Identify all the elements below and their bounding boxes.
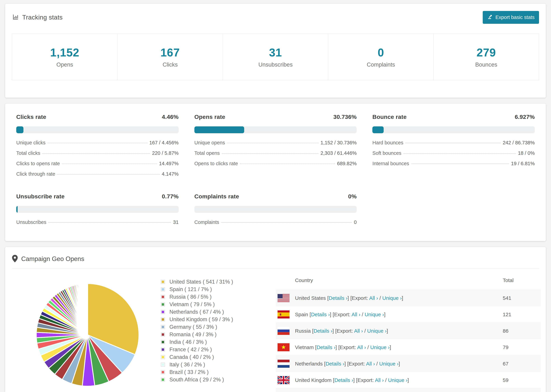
legend-item: France ( 42 / 2% ) <box>161 347 276 353</box>
progress-bar <box>194 206 357 213</box>
country-name: United Kingdom <box>295 377 332 383</box>
detail-label: Hard bounces <box>372 140 403 146</box>
country-name: United States <box>295 295 326 301</box>
export-basic-stats-button[interactable]: Export basic stats <box>483 11 539 24</box>
legend-item: India ( 46 / 3% ) <box>161 339 276 345</box>
rate-detail-row: Clicks to opens rate 14.497% <box>16 158 179 169</box>
legend-item: Germany ( 55 / 3% ) <box>161 324 276 330</box>
stat-value: 31 <box>269 46 282 59</box>
export-all-link[interactable]: All › <box>375 377 384 383</box>
legend-label: Spain ( 121 / 7% ) <box>170 286 212 293</box>
rate-title: Complaints rate <box>194 193 239 200</box>
export-unique-link[interactable]: Unique › <box>367 328 387 334</box>
legend-swatch <box>161 280 165 284</box>
export-all-link[interactable]: All › <box>357 344 366 350</box>
rate-detail-row: Opens to clicks rate 689.82% <box>194 158 357 169</box>
legend-swatch <box>161 310 165 314</box>
details-link[interactable]: Details › <box>325 361 344 366</box>
table-row: Germany [Details ›] [Export: All › / Uni… <box>276 388 541 392</box>
detail-value: 689.82% <box>337 161 357 166</box>
legend-item: Russia ( 86 / 5% ) <box>161 294 276 300</box>
dotted-leader <box>222 153 318 154</box>
details-link[interactable]: Details › <box>311 312 330 317</box>
export-unique-link[interactable]: Unique › <box>370 344 390 350</box>
tracking-stats-card: Tracking stats Export basic stats 1,152 … <box>5 4 546 98</box>
table-row: United States [Details ›] [Export: All ›… <box>276 290 541 306</box>
details-link[interactable]: Details › <box>317 344 335 350</box>
detail-value: 1,152 / 30.736% <box>320 140 357 146</box>
rate-detail-row: Complaints 0 <box>194 217 357 227</box>
rate-value: 4.46% <box>162 113 179 120</box>
detail-label: Unique clicks <box>16 140 46 146</box>
export-unique-link[interactable]: Unique › <box>379 361 399 366</box>
detail-label: Internal bounces <box>372 161 409 166</box>
pie-slice <box>87 284 88 335</box>
legend-item: Netherlands ( 67 / 4% ) <box>161 309 276 315</box>
geo-content: United States ( 541 / 31% ) Spain ( 121 … <box>5 268 546 392</box>
total-cell: 67 <box>503 361 541 367</box>
geo-table-header: Country Total <box>276 271 541 290</box>
export-button-label: Export basic stats <box>495 14 535 20</box>
table-row: Spain [Details ›] [Export: All › / Uniqu… <box>276 306 541 322</box>
detail-label: Total opens <box>194 150 220 156</box>
detail-value: 220 / 5.87% <box>152 150 179 156</box>
progress-bar <box>16 126 179 133</box>
progress-bar <box>372 126 535 133</box>
dotted-leader <box>227 143 318 143</box>
legend-item: Spain ( 121 / 7% ) <box>161 286 276 293</box>
country-flag-icon <box>278 343 290 351</box>
legend-item: United States ( 541 / 31% ) <box>161 279 276 285</box>
rate-title: Clicks rate <box>16 113 46 120</box>
export-unique-link[interactable]: Unique › <box>382 295 402 301</box>
rate-panel: Opens rate 30.736% Unique opens 1,152 / … <box>194 113 357 179</box>
dotted-leader <box>405 143 501 143</box>
rate-detail-row: Unique clicks 167 / 4.456% <box>16 137 179 148</box>
legend-swatch <box>161 287 165 291</box>
country-cell: Russia [Details ›] [Export: All › / Uniq… <box>295 328 503 334</box>
progress-bar-fill <box>16 126 23 133</box>
legend-swatch <box>161 363 165 367</box>
geo-title: Campaign Geo Opens <box>21 255 84 263</box>
export-all-link[interactable]: All › <box>352 312 360 317</box>
dotted-leader <box>403 153 516 154</box>
stat-label: Complaints <box>367 61 395 68</box>
legend-label: Canada ( 40 / 2% ) <box>170 354 214 360</box>
detail-value: 19 / 6.81% <box>511 161 535 166</box>
geo-country-table: Country Total United States [Details ›] … <box>276 271 541 392</box>
export-all-link[interactable]: All › <box>354 328 363 334</box>
country-flag-icon <box>278 360 290 368</box>
dotted-leader <box>240 164 335 164</box>
summary-stat-box: 167 Clicks <box>117 34 223 80</box>
legend-swatch <box>161 332 165 336</box>
export-all-link[interactable]: All › <box>369 295 378 301</box>
details-link[interactable]: Details › <box>334 377 353 383</box>
rate-detail-row: Unsubscribes 31 <box>16 217 179 227</box>
details-link[interactable]: Details › <box>313 328 332 334</box>
detail-value: 4.147% <box>162 171 178 177</box>
legend-item: South Africa ( 29 / 2% ) <box>161 377 276 383</box>
details-link[interactable]: Details › <box>329 295 347 301</box>
detail-label: Click through rate <box>16 171 55 177</box>
summary-stats-row: 1,152 Opens 167 Clicks 31 Unsubscribes 0… <box>12 34 539 80</box>
progress-bar-fill <box>372 126 384 133</box>
progress-bar <box>16 206 179 213</box>
detail-value: 18 / 0% <box>518 150 535 156</box>
export-all-link[interactable]: All › <box>366 361 375 366</box>
table-row: Russia [Details ›] [Export: All › / Uniq… <box>276 322 541 339</box>
legend-swatch <box>161 317 165 322</box>
country-cell: United Kingdom [Details ›] [Export: All … <box>295 377 503 383</box>
bar-chart-icon <box>12 14 19 21</box>
total-column-header: Total <box>503 277 541 283</box>
stat-label: Clicks <box>162 61 178 68</box>
dotted-leader <box>49 222 171 223</box>
legend-swatch <box>161 370 165 374</box>
stat-label: Bounces <box>475 61 497 68</box>
rate-value: 30.736% <box>333 113 357 120</box>
export-unique-link[interactable]: Unique › <box>388 377 407 383</box>
legend-label: Germany ( 55 / 3% ) <box>170 324 217 330</box>
export-unique-link[interactable]: Unique › <box>365 312 384 317</box>
legend-label: Vietnam ( 79 / 5% ) <box>170 301 215 308</box>
legend-swatch <box>161 340 165 344</box>
legend-swatch <box>161 325 165 329</box>
detail-value: 0 <box>354 219 357 225</box>
